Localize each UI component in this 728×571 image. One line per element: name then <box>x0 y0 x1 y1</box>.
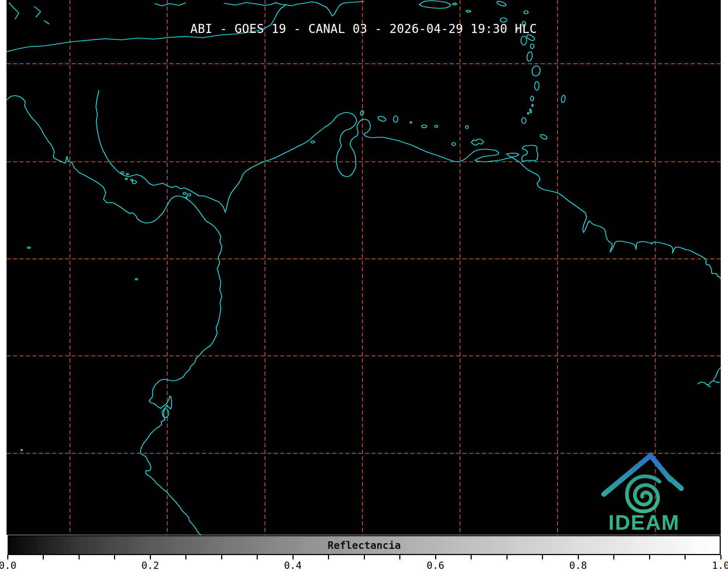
map-vector-layer: IDEAM <box>7 0 721 535</box>
colorbar-label: Reflectancia <box>328 539 401 551</box>
latlon-grid <box>7 0 721 535</box>
colorbar-tick <box>685 555 686 559</box>
logo-wordmark: IDEAM <box>609 511 680 534</box>
colorbar-tick <box>613 555 614 559</box>
colorbar-tick-label: 0.4 <box>284 560 302 571</box>
colorbar-tick <box>79 555 80 559</box>
figure-canvas: IDEAM ABI - GOES 19 - CANAL 03 - 2026-04… <box>0 0 728 571</box>
colorbar-tick <box>150 555 151 559</box>
colorbar-tick-label: 0.2 <box>142 560 159 571</box>
satellite-map: IDEAM ABI - GOES 19 - CANAL 03 - 2026-04… <box>7 0 721 535</box>
colorbar-tick <box>399 555 400 559</box>
colorbar-tick <box>435 555 436 559</box>
logo-swirl-icon <box>627 476 660 511</box>
colorbar-tick-label: 1.0 <box>712 560 728 571</box>
colorbar-tick <box>221 555 222 559</box>
colorbar-tick-label: 0.6 <box>427 560 445 571</box>
colorbar-tick <box>506 555 508 559</box>
colorbar-tick <box>649 555 650 559</box>
colorbar-tick <box>578 555 579 559</box>
colorbar-tick-label: 0.0 <box>0 560 16 571</box>
colorbar-tick <box>328 555 329 559</box>
ideam-logo: IDEAM <box>604 455 681 534</box>
coastlines <box>7 0 721 535</box>
colorbar-tick <box>293 555 294 559</box>
colorbar-tick <box>185 555 186 559</box>
colorbar-tick <box>43 555 44 559</box>
colorbar-tick <box>471 555 472 559</box>
colorbar-tick <box>257 555 258 559</box>
colorbar: Reflectancia <box>8 535 721 555</box>
map-title: ABI - GOES 19 - CANAL 03 - 2026-04-29 19… <box>190 22 537 36</box>
colorbar-tick <box>364 555 365 559</box>
colorbar-tick <box>542 555 543 559</box>
colorbar-tick <box>720 555 721 559</box>
colorbar-tick-label: 0.8 <box>569 560 587 571</box>
colorbar-tick <box>114 555 115 559</box>
colorbar-tick <box>7 555 8 559</box>
